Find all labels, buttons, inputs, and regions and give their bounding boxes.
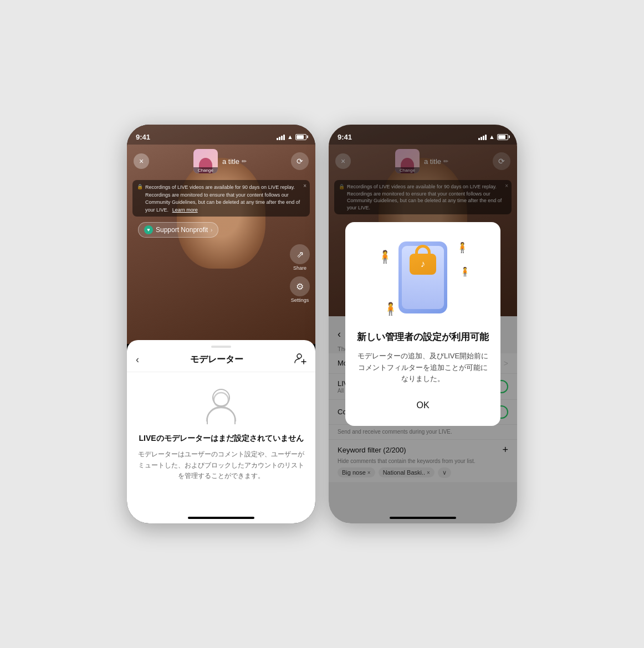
notice-box: × 🔒 Recordings of LIVE videos are availa…	[132, 180, 310, 217]
flip-camera-button[interactable]: ⟳	[291, 152, 309, 170]
share-button[interactable]: ⇗ Share	[290, 244, 310, 271]
modal-title: 新しい管理者の設定が利用可能	[356, 331, 489, 344]
wifi-icon: ▲	[287, 133, 293, 140]
wifi-icon-2: ▲	[489, 133, 495, 140]
home-indicator	[188, 517, 254, 519]
moderator-sheet: ‹ モデレーター LIVEのモデレーターはまだ設定されていません	[127, 340, 315, 523]
modal-desc: モデレーターの追加、及びLIVE開始前にコメントフィルターを追加ことが可能になり…	[356, 351, 489, 385]
change-label[interactable]: Change	[193, 167, 218, 173]
phone-2: 9:41 ▲ × Change a title	[329, 125, 517, 523]
learn-more-link[interactable]: Learn more	[172, 207, 198, 213]
settings-button[interactable]: ⚙ Settings	[290, 276, 310, 303]
modal-illustration: ♪ 🧍 🧍 🧍 🧍	[373, 233, 473, 322]
battery-icon-2	[497, 134, 508, 140]
heart-icon: ♥	[144, 225, 153, 234]
modal-overlay: ♪ 🧍 🧍 🧍 🧍 新しい管理者の設定が利用可能 モデレーターの追加、及びLIV…	[329, 125, 517, 523]
person-right-top-icon: 🧍	[456, 241, 468, 254]
close-button[interactable]: ×	[134, 153, 149, 169]
notice-text: Recordings of LIVE videos are available …	[145, 184, 300, 213]
share-icon: ⇗	[290, 244, 310, 264]
share-label: Share	[293, 265, 306, 271]
svg-point-3	[214, 393, 228, 407]
person-left-icon: 🧍	[377, 250, 392, 264]
add-moderator-button[interactable]	[294, 352, 306, 367]
status-icons-1: ▲	[277, 133, 306, 140]
settings-icon: ⚙	[290, 276, 310, 296]
phone-1: 9:41 ▲ × Change a title	[127, 125, 315, 523]
live-top-bar: × Change a title ✏ ⟳	[127, 145, 315, 178]
empty-state-title: LIVEのモデレーターはまだ設定されていません	[139, 433, 303, 444]
add-person-icon	[294, 352, 306, 364]
empty-person-icon	[203, 389, 239, 424]
edit-icon[interactable]: ✏	[242, 158, 247, 165]
status-icons-2: ▲	[478, 133, 508, 140]
time-2: 9:41	[338, 133, 352, 141]
sheet-body: LIVEのモデレーターはまだ設定されていません モデレーターはユーザーのコメント…	[127, 372, 315, 498]
time-1: 9:41	[136, 133, 150, 141]
live-overlay: × Change a title ✏ ⟳ × 🔒 Recordings of L…	[127, 145, 315, 364]
back-button[interactable]: ‹	[136, 354, 139, 366]
support-nonprofit-button[interactable]: ♥ Support Nonprofit ›	[138, 222, 218, 238]
battery-icon	[295, 134, 306, 140]
person-right-mid-icon: 🧍	[459, 266, 471, 277]
support-label: Support Nonprofit	[156, 226, 208, 234]
signal-icon-2	[478, 133, 487, 140]
status-bar-2: 9:41 ▲	[329, 125, 517, 145]
right-float-buttons: ⇗ Share ⚙ Settings	[290, 244, 310, 303]
svg-point-0	[297, 354, 301, 358]
sheet-header: ‹ モデレーター	[127, 348, 315, 372]
thumbnail-image[interactable]: Change	[193, 149, 218, 173]
modal-ok-button[interactable]: OK	[356, 396, 489, 415]
empty-state-desc: モデレーターはユーザーのコメント設定や、ユーザーがミュートした、およびブロックし…	[138, 449, 304, 481]
signal-icon	[277, 133, 285, 140]
notice-close-icon[interactable]: ×	[303, 182, 306, 190]
moderator-title: モデレーター	[190, 354, 243, 366]
modal-card: ♪ 🧍 🧍 🧍 🧍 新しい管理者の設定が利用可能 モデレーターの追加、及びLIV…	[345, 222, 500, 426]
live-title[interactable]: a title	[222, 157, 239, 166]
settings-label: Settings	[291, 297, 309, 303]
person-bottom-icon: 🧍	[383, 302, 398, 316]
lock-icon: ♪	[410, 245, 436, 275]
status-bar-1: 9:41 ▲	[127, 125, 315, 145]
